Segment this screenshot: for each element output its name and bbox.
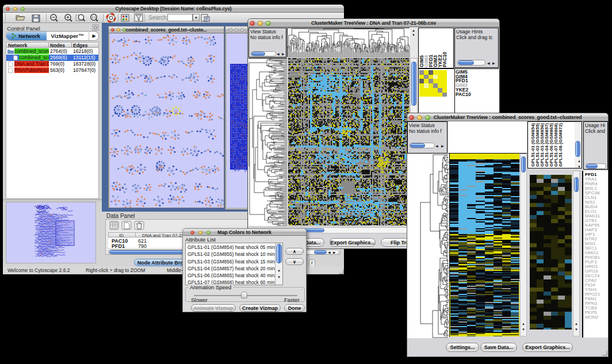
svg-text:1:1: 1:1: [92, 16, 96, 19]
